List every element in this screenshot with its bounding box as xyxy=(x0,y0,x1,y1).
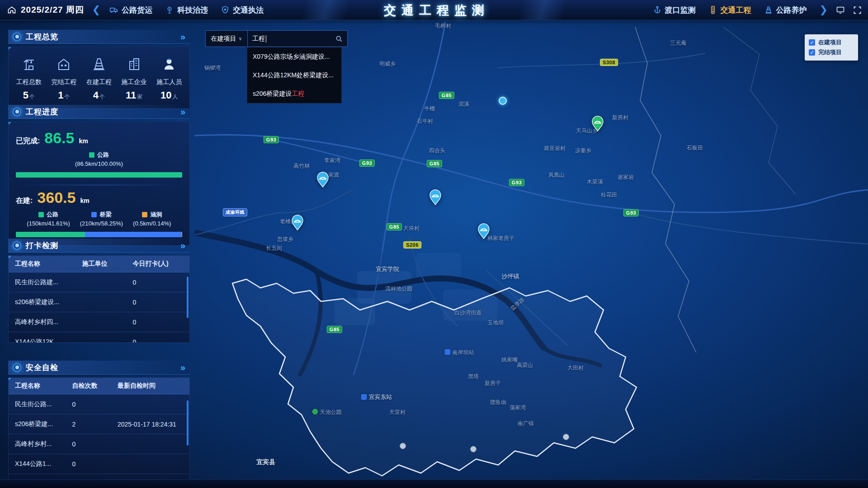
road-shield: S206 xyxy=(403,241,421,249)
table-header-row: 工程名称施工单位今日打卡(人) xyxy=(9,256,189,272)
overview-stat: 在建工程4个 xyxy=(81,56,117,101)
table-row[interactable]: 民生街公路...0 xyxy=(9,394,189,414)
scrollbar-thumb[interactable] xyxy=(187,400,189,446)
checkbox-checked-icon[interactable]: ✓ xyxy=(809,49,815,56)
map-label: 沙坪镇 xyxy=(502,272,519,281)
table-header-cell: 工程名称 xyxy=(15,260,82,268)
search-result-item[interactable]: s206桥梁建设工程 xyxy=(247,84,341,103)
scrollbar-thumb[interactable] xyxy=(187,277,189,318)
header-date: 2025/2/27 周四 xyxy=(21,4,84,16)
search-result-item[interactable]: X144公路12KM处桥梁建设... xyxy=(247,66,341,84)
project-dot-marker[interactable] xyxy=(499,97,507,105)
table-cell: 0 xyxy=(132,319,183,326)
checkbox-checked-icon[interactable]: ✓ xyxy=(809,39,815,46)
home-icon[interactable] xyxy=(7,5,16,14)
nav-item-tech[interactable]: 科技治违 xyxy=(165,5,208,15)
nav-label: 交通执法 xyxy=(233,5,264,15)
panel-title: 打卡检测 xyxy=(26,240,58,251)
table-row[interactable]: X144公路12K0 xyxy=(9,332,189,343)
map-label: 黑塔 xyxy=(468,373,479,380)
layer-toggle[interactable]: ✓在建项目 xyxy=(809,38,854,47)
header-decoration xyxy=(470,0,615,20)
map-label: 白沙湾街道 xyxy=(454,309,481,317)
search-results-dropdown: X079公路宗场乡涵洞建设...X144公路12KM处桥梁建设...s206桥梁… xyxy=(247,47,342,103)
map-label: 长五间 xyxy=(266,244,282,252)
project-marker-inprogress[interactable] xyxy=(429,189,442,207)
project-marker-inprogress[interactable] xyxy=(477,223,491,241)
legend-detail: (150km/41.61%) xyxy=(27,219,70,228)
project-marker-completed[interactable] xyxy=(591,115,604,133)
map-search-bar: 在建项目 ∨ 工程 xyxy=(205,30,348,47)
table-row[interactable]: 高峰村乡村四...0 xyxy=(9,312,189,332)
table-row[interactable]: s206桥梁建设...0 xyxy=(9,292,189,312)
monitor-icon[interactable] xyxy=(836,5,845,14)
nav-item-freight[interactable]: 公路货运 xyxy=(109,5,152,15)
nav-item-law[interactable]: 交通执法 xyxy=(221,5,264,15)
chevron-left-icon[interactable]: ❮ xyxy=(92,0,100,20)
layer-label: 在建项目 xyxy=(818,38,842,47)
nav-item-engineering[interactable]: 交通工程 xyxy=(708,5,751,15)
project-filter-dropdown[interactable]: 在建项目 ∨ xyxy=(205,30,248,47)
table-cell: 2 xyxy=(72,421,117,428)
map-label: 流杯池公园 xyxy=(385,285,412,293)
map-label: 姚家嘴 xyxy=(501,356,518,364)
stat-label: 完结工程 xyxy=(51,78,76,86)
table-row[interactable]: X144公路1...0 xyxy=(9,454,189,474)
map-label: 宜宾县 xyxy=(256,458,275,466)
table-header-cell: 施工单位 xyxy=(82,260,133,268)
map-label: 团鱼凼 xyxy=(490,399,506,406)
panel-expand-icon[interactable]: » xyxy=(180,107,185,116)
map-label: 四合头 xyxy=(429,147,445,155)
layer-toggle[interactable]: ✓完结项目 xyxy=(809,47,854,57)
search-highlight: 工程 xyxy=(292,90,304,98)
shield-icon xyxy=(221,5,230,14)
nav-item-ferry[interactable]: 渡口监测 xyxy=(653,5,696,15)
map-label: 天堂村 xyxy=(389,408,406,416)
legend-swatch xyxy=(89,152,94,158)
legend-name: 桥梁 xyxy=(99,210,111,219)
panel-bullet-icon xyxy=(13,108,21,116)
legend-detail: (0.5km/0.14%) xyxy=(133,219,171,228)
poi-icon xyxy=(563,434,569,440)
table-header-cell: 今日打卡(人) xyxy=(132,260,183,268)
search-icon[interactable] xyxy=(335,35,343,42)
search-query-text: 工程 xyxy=(252,35,265,43)
project-marker-inprogress[interactable] xyxy=(316,171,330,189)
table-row[interactable]: s206桥梁建...22025-01-17 18:24:31 xyxy=(9,414,189,434)
legend-detail: (86.5km/100.00%) xyxy=(75,160,123,169)
divider xyxy=(16,185,182,185)
chevron-right-icon[interactable]: ❯ xyxy=(820,0,828,20)
completed-label: 已完成: xyxy=(16,136,40,146)
truck-icon xyxy=(109,5,118,14)
panel-expand-icon[interactable]: » xyxy=(180,241,185,250)
building-unit: km xyxy=(80,197,89,204)
signal-icon xyxy=(708,5,717,14)
progress-bar-segment xyxy=(85,232,182,237)
overview-stat: 施工人员10人 xyxy=(151,56,187,101)
progress-bar-segment xyxy=(182,232,182,237)
map-label: 天池公园 xyxy=(312,408,342,416)
station-icon xyxy=(445,349,451,355)
map-label: 观音岩村 xyxy=(544,145,566,152)
project-marker-inprogress[interactable] xyxy=(291,214,304,232)
layer-label: 完结项目 xyxy=(818,48,842,56)
map-label: 宜宾东站 xyxy=(361,393,392,401)
station-icon xyxy=(361,394,367,400)
panel-expand-icon[interactable]: » xyxy=(180,32,185,41)
panel-expand-icon[interactable]: » xyxy=(180,363,185,372)
search-input[interactable]: 工程 xyxy=(248,30,348,47)
search-result-item[interactable]: X079公路宗场乡涵洞建设... xyxy=(247,47,341,66)
map-label: 大块村 xyxy=(403,225,420,232)
map-label: 木菜溪 xyxy=(587,178,603,186)
panel-checkin: 打卡检测 » 工程名称施工单位今日打卡(人)民生街公路建...0s206桥梁建设… xyxy=(8,239,190,343)
nav-item-maintenance[interactable]: 公路养护 xyxy=(764,5,807,15)
poi-icon xyxy=(400,443,406,449)
table-row[interactable]: 民生街公路建...0 xyxy=(9,272,189,292)
overview-stat: 施工企业11家 xyxy=(117,56,152,101)
road-shield: G93 xyxy=(509,179,524,186)
map-label: 李家湾 xyxy=(324,157,340,164)
table-row[interactable]: 高峰村乡村...0 xyxy=(9,434,189,454)
nav-label: 公路货运 xyxy=(122,5,152,15)
legend-swatch xyxy=(38,212,44,217)
fullscreen-icon[interactable] xyxy=(853,6,862,14)
